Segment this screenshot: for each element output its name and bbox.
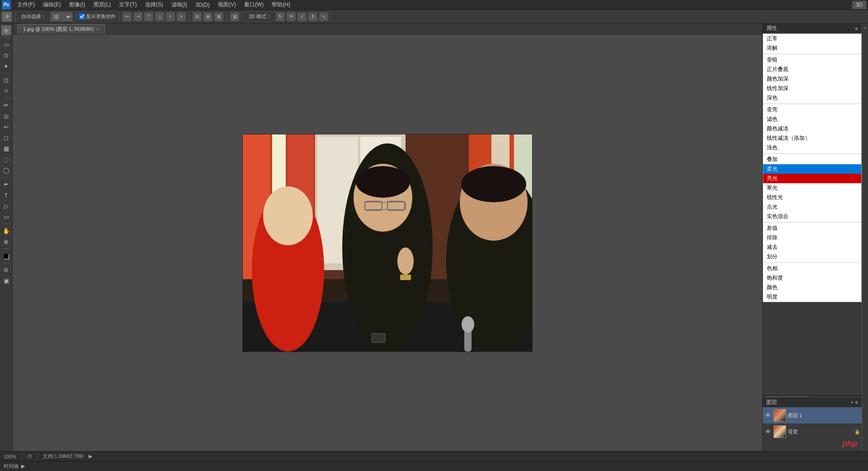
blend-mode-dropdown[interactable]: 正常 溶解 变暗 正片叠底 颜色加深 线性加深 深色 变亮 滤色 颜色减淡 线性… xyxy=(763,33,862,302)
pen-tool[interactable]: ✒ xyxy=(1,179,11,189)
brush-tool[interactable]: ✏ xyxy=(1,100,11,110)
clone-tool[interactable]: ◎ xyxy=(1,111,11,121)
tab-bar: 1.jpg @ 100% (图层 1, RGB/8#) × xyxy=(13,24,762,34)
blend-hue[interactable]: 色相 xyxy=(763,264,861,273)
blend-divide[interactable]: 划分 xyxy=(763,252,861,262)
crop-tool[interactable]: ⊡ xyxy=(1,75,11,85)
blend-darker-color[interactable]: 深色 xyxy=(763,93,861,103)
blend-lighter-color[interactable]: 浅色 xyxy=(763,143,861,152)
screen-mode[interactable]: ▣ xyxy=(1,276,11,285)
menu-select[interactable]: 选择(S) xyxy=(142,0,167,10)
3d-pan-icon[interactable]: ⤢ xyxy=(297,12,307,21)
layer-bg-eye[interactable]: 👁 xyxy=(764,428,772,435)
eyedropper-tool[interactable]: ⌗ xyxy=(1,86,11,96)
layers-controls: + ≡ xyxy=(850,400,858,405)
auto-select-dropdown[interactable]: 组 图层 xyxy=(51,12,72,21)
menu-filter[interactable]: 滤镜(I) xyxy=(168,0,191,10)
history-brush-tool[interactable]: ↩ xyxy=(1,122,11,132)
blend-saturation[interactable]: 饱和度 xyxy=(763,273,861,283)
right-collapse-icon[interactable]: « xyxy=(855,25,858,32)
blend-darken[interactable]: 变暗 xyxy=(763,55,861,65)
blend-normal[interactable]: 正常 xyxy=(763,34,861,43)
align-left-icon[interactable]: ⊢ xyxy=(123,12,132,21)
tab-filename: 1.jpg @ 100% (图层 1, RGB/8#) xyxy=(23,26,94,33)
layer-menu-icon[interactable]: ≡ xyxy=(855,400,858,405)
menu-file[interactable]: 文件(F) xyxy=(14,0,38,10)
layer-add-icon[interactable]: + xyxy=(850,400,853,405)
blend-linear-burn[interactable]: 线性加深 xyxy=(763,84,861,93)
lasso-tool[interactable]: ⊙ xyxy=(1,50,11,60)
align-center-v-icon[interactable]: ⊦ xyxy=(166,12,175,21)
hand-tool[interactable]: ✋ xyxy=(1,226,11,236)
align-center-h-icon[interactable]: ⊣ xyxy=(133,12,142,21)
blend-lighten[interactable]: 变亮 xyxy=(763,105,861,114)
blend-subtract[interactable]: 减去 xyxy=(763,243,861,252)
toolbar-sep-5 xyxy=(226,12,227,21)
blend-vivid-light[interactable]: 亮光 xyxy=(763,174,861,183)
align-right-icon[interactable]: ⊤ xyxy=(144,12,153,21)
menu-text[interactable]: 文字(T) xyxy=(115,0,140,10)
eraser-tool[interactable]: ◻ xyxy=(1,133,11,143)
blend-linear-light[interactable]: 线性光 xyxy=(763,193,861,202)
move-tool[interactable]: ✣ xyxy=(1,25,11,35)
timeline-expand-icon[interactable]: ▶ xyxy=(21,463,25,469)
tab-close-button[interactable]: × xyxy=(96,27,99,32)
marquee-tool[interactable]: ▭ xyxy=(1,39,11,49)
blend-dissolve[interactable]: 溶解 xyxy=(763,43,861,53)
fg-color[interactable]: ◼ xyxy=(1,251,11,261)
show-transform-checkbox[interactable]: 显示变换控件 xyxy=(79,13,116,20)
blur-tool[interactable]: ◌ xyxy=(1,154,11,164)
menu-image[interactable]: 图像(I) xyxy=(66,0,89,10)
document-tab[interactable]: 1.jpg @ 100% (图层 1, RGB/8#) × xyxy=(17,24,105,34)
menu-help[interactable]: 帮助(H) xyxy=(268,0,294,10)
blend-pin-light[interactable]: 点光 xyxy=(763,202,861,212)
zoom-tool[interactable]: ⊕ xyxy=(1,237,11,247)
blend-difference[interactable]: 差值 xyxy=(763,224,861,233)
move-tool-icon[interactable]: ✣ xyxy=(2,12,12,22)
blend-color[interactable]: 颜色 xyxy=(763,283,861,292)
path-select-tool[interactable]: ▷ xyxy=(1,201,11,211)
3d-scale-icon[interactable]: ⤡ xyxy=(319,12,328,21)
blend-hard-mix[interactable]: 实色混合 xyxy=(763,212,861,221)
align-bottom-icon[interactable]: ⊧ xyxy=(177,12,186,21)
3d-slide-icon[interactable]: ⇕ xyxy=(308,12,317,21)
blend-color-burn[interactable]: 颜色加深 xyxy=(763,74,861,84)
shape-tool[interactable]: ▭ xyxy=(1,212,11,222)
zoom-expand-icon[interactable]: ⊡ xyxy=(28,453,32,459)
distribute-icon-2[interactable]: ⊞ xyxy=(203,12,212,21)
menu-3d[interactable]: 3D(D) xyxy=(192,1,213,9)
arrange-icon[interactable]: ▥ xyxy=(230,12,239,21)
dodge-tool[interactable]: ◯ xyxy=(1,165,11,175)
menu-layer[interactable]: 图层(L) xyxy=(90,0,115,10)
blend-exclusion[interactable]: 排除 xyxy=(763,233,861,243)
distribute-icon-3[interactable]: ⊠ xyxy=(214,12,223,21)
menu-edit[interactable]: 编辑(E) xyxy=(39,0,65,10)
blend-overlay[interactable]: 叠加 xyxy=(763,155,861,164)
blend-multiply[interactable]: 正片叠底 xyxy=(763,65,861,74)
svg-point-27 xyxy=(356,166,410,198)
align-top-icon[interactable]: ⊥ xyxy=(155,12,164,21)
layer-1-eye[interactable]: 👁 xyxy=(764,412,772,419)
3d-roll-icon[interactable]: ⟳ xyxy=(287,12,296,21)
quick-mask-toggle[interactable]: ⊘ xyxy=(1,265,11,275)
blend-soft-light[interactable]: 柔光 xyxy=(763,164,861,174)
toolbar-sep-3 xyxy=(119,12,119,21)
expand-doc-icon[interactable]: ▶ xyxy=(89,453,92,459)
gradient-tool[interactable]: ▦ xyxy=(1,143,11,153)
blend-cold-light[interactable]: 寒光 xyxy=(763,183,861,193)
blend-screen[interactable]: 滤色 xyxy=(763,114,861,124)
blend-luminosity[interactable]: 明度 xyxy=(763,292,861,302)
blend-color-dodge[interactable]: 颜色减淡 xyxy=(763,124,861,133)
3d-rotate-icon[interactable]: ↻ xyxy=(276,12,285,21)
layer-row-bg[interactable]: 👁 背景 🔒 xyxy=(763,423,862,440)
canvas-workspace[interactable] xyxy=(13,34,762,451)
text-tool[interactable]: T xyxy=(1,190,11,200)
layer-row-1[interactable]: 👁 图层 1 xyxy=(763,407,862,423)
menu-window[interactable]: 窗口(W) xyxy=(241,0,267,10)
magic-wand-tool[interactable]: ✦ xyxy=(1,61,11,71)
svg-point-28 xyxy=(461,166,526,202)
menu-view[interactable]: 视图(V) xyxy=(214,0,240,10)
collapse-arrow[interactable]: › xyxy=(864,25,866,30)
blend-linear-dodge[interactable]: 线性减淡（添加） xyxy=(763,133,861,143)
distribute-icon-1[interactable]: ⊟ xyxy=(193,12,202,21)
